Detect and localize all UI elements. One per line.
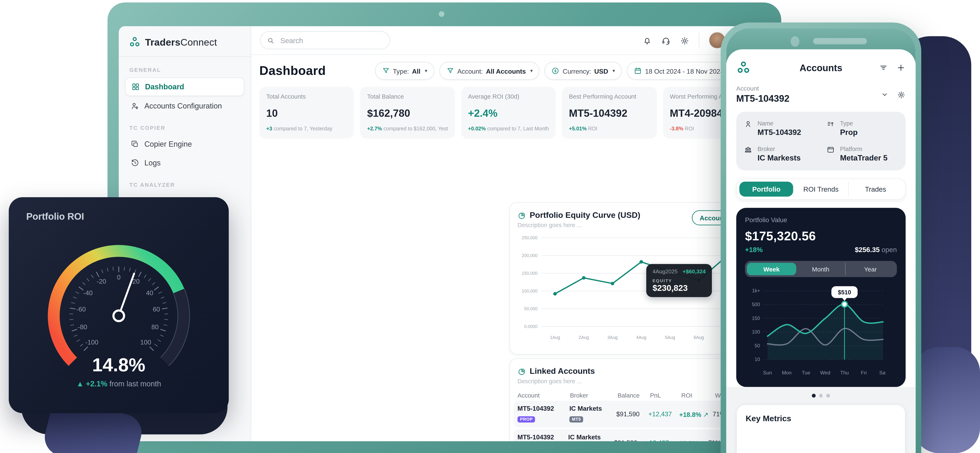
search-input-wrap[interactable] xyxy=(260,31,390,49)
sidebar-item-copier-engine[interactable]: Copier Engine xyxy=(125,136,244,153)
page-title: Dashboard xyxy=(259,64,326,78)
sidebar-item-accounts-configuration[interactable]: Accounts Configuration xyxy=(125,98,244,115)
svg-text:3Aug: 3Aug xyxy=(607,335,617,340)
svg-text:150,000: 150,000 xyxy=(522,271,537,276)
marketing-composition: TradersConnect GENERALDashboardAccounts … xyxy=(0,0,980,453)
sidebar-section-label: GENERAL xyxy=(129,67,240,73)
svg-text:200,000: 200,000 xyxy=(522,253,537,258)
svg-text:50,000: 50,000 xyxy=(524,306,538,311)
detail-type: TypeProp xyxy=(826,120,898,137)
svg-text:Mon: Mon xyxy=(782,370,792,375)
range-toggle: WeekMonthYear xyxy=(745,261,897,277)
equity-tooltip: 4Aug2025+$60,324 EQUITY $230,823 xyxy=(646,264,712,297)
stat-card-best-performing-account: Best Performing AccountMT5-104392+5.01% … xyxy=(562,87,657,139)
portfolio-roi-widget: Portfolio ROI -100-80-60-40-200204060801… xyxy=(9,197,229,413)
page-dot[interactable] xyxy=(826,394,830,397)
open-amount: $256.35 open xyxy=(855,245,897,254)
svg-text:100: 100 xyxy=(140,339,151,346)
pagination-dots xyxy=(736,394,906,397)
svg-text:$: $ xyxy=(554,69,557,73)
search-icon xyxy=(267,37,275,45)
svg-text:1k+: 1k+ xyxy=(752,288,760,293)
dashboard-grid-icon xyxy=(131,82,140,91)
headset-icon[interactable] xyxy=(661,36,671,45)
phone-tabs: PortfolioROI TrendsTrades xyxy=(736,179,906,200)
svg-text:1Aug: 1Aug xyxy=(550,335,560,340)
sidebar-item-label: Dashboard xyxy=(145,82,184,91)
chevron-down-icon[interactable] xyxy=(881,91,889,99)
sidebar-item-dashboard[interactable]: Dashboard xyxy=(125,78,244,96)
user-gear-icon xyxy=(130,102,139,111)
platform-icon xyxy=(826,146,835,154)
svg-text:2Aug: 2Aug xyxy=(579,335,589,340)
range-tab-week[interactable]: Week xyxy=(747,263,796,276)
tab-roi-trends[interactable]: ROI Trends xyxy=(793,182,848,196)
history-icon xyxy=(130,158,139,167)
search-input[interactable] xyxy=(279,36,383,44)
account-details-card: NameMT5-104392TypePropBrokerIC MarkestsP… xyxy=(736,112,906,170)
page-dot[interactable] xyxy=(812,394,816,397)
svg-text:-60: -60 xyxy=(76,306,86,313)
tab-trades[interactable]: Trades xyxy=(848,182,902,196)
svg-text:Fri: Fri xyxy=(861,370,867,375)
plus-icon[interactable] xyxy=(896,63,906,73)
chevron-down-icon: ▾ xyxy=(530,68,533,74)
svg-text:Wed: Wed xyxy=(820,370,830,375)
svg-text:Tue: Tue xyxy=(802,370,810,375)
chevron-down-icon: ▾ xyxy=(612,68,615,74)
phone-frame: Accounts Account MT5-104392 xyxy=(721,22,921,453)
account-value: MT5-104392 xyxy=(736,93,789,103)
portfolio-value-card: Portfolio Value $175,320.56 +18% $256.35… xyxy=(736,208,906,387)
tab-portfolio[interactable]: Portfolio xyxy=(739,182,793,196)
filter-account-[interactable]: Account:All Accounts▾ xyxy=(439,62,539,80)
svg-text:80: 80 xyxy=(151,323,159,331)
svg-text:150: 150 xyxy=(752,315,760,321)
phone-speaker xyxy=(813,38,867,44)
portfolio-value-label: Portfolio Value xyxy=(745,216,897,223)
svg-text:Sat: Sat xyxy=(879,370,886,375)
linked-card-title: Linked Accounts xyxy=(530,366,595,375)
person-icon xyxy=(744,120,752,128)
svg-text:5Aug: 5Aug xyxy=(665,335,675,340)
phone-account-selector[interactable]: Account MT5-104392 xyxy=(736,85,906,103)
right-purple-blob xyxy=(914,347,980,453)
range-tab-month[interactable]: Month xyxy=(796,263,845,276)
bell-icon[interactable] xyxy=(643,36,652,45)
svg-text:-80: -80 xyxy=(78,323,87,331)
sidebar-item-label: Accounts Configuration xyxy=(145,102,222,111)
chevron-down-icon: ▾ xyxy=(425,68,427,74)
pie-icon xyxy=(517,211,526,220)
sidebar-item-logs[interactable]: Logs xyxy=(125,154,244,172)
svg-text:100,000: 100,000 xyxy=(522,288,537,293)
topbar: John S Sta xyxy=(251,26,765,55)
widget-title: Portfolio ROI xyxy=(9,197,229,222)
filter-currency-[interactable]: $Currency:USD▾ xyxy=(544,62,622,80)
widget-gauge-value: 14.8% xyxy=(9,355,229,375)
svg-text:6Aug: 6Aug xyxy=(694,335,704,340)
widget-gauge-delta: ▲ +2.1% from last month xyxy=(9,380,229,388)
key-metrics-card: Key Metrics xyxy=(736,404,906,453)
phone-lower-section: Key Metrics xyxy=(726,387,916,453)
phone-header: Accounts xyxy=(736,59,906,76)
filter-lines-icon[interactable] xyxy=(879,63,888,73)
svg-text:20: 20 xyxy=(132,278,140,285)
range-tab-year[interactable]: Year xyxy=(845,263,895,276)
filter-type-[interactable]: Type:All▾ xyxy=(375,62,434,80)
page-dot[interactable] xyxy=(819,394,823,397)
stat-card-average-roi-30d-: Average ROI (30d)+2.4%+0.02% compared to… xyxy=(461,87,556,139)
dashboard-content: Dashboard Type:All▾Account:All Accounts▾… xyxy=(251,55,765,441)
portfolio-value: $175,320.56 xyxy=(745,229,897,244)
funnel-icon xyxy=(446,67,454,75)
svg-text:Thu: Thu xyxy=(840,370,849,375)
gear-icon[interactable] xyxy=(680,36,689,45)
svg-text:$510: $510 xyxy=(838,289,851,296)
svg-text:50: 50 xyxy=(755,343,760,348)
brand-logo[interactable]: TradersConnect xyxy=(119,26,251,57)
laptop-camera xyxy=(439,11,444,17)
gear-icon[interactable] xyxy=(897,90,906,99)
svg-text:0: 0 xyxy=(117,274,121,281)
detail-name: NameMT5-104392 xyxy=(744,120,826,137)
svg-text:0.0000: 0.0000 xyxy=(524,324,538,329)
phone-app: Accounts Account MT5-104392 xyxy=(726,28,916,453)
linked-card-description: Description goes here ... xyxy=(517,378,595,385)
